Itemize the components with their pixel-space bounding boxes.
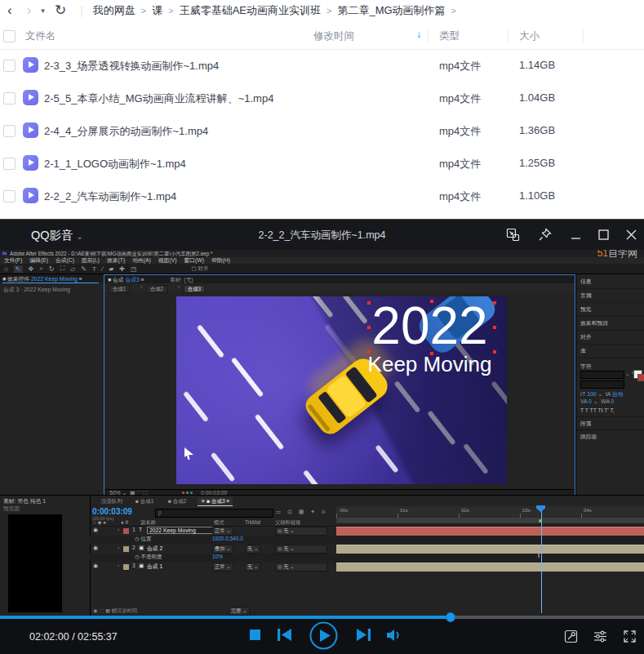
table-row[interactable]: 2-1_1_LOGO动画制作~1.mp4mp4文件1.25GB (0, 147, 644, 180)
row-checkbox[interactable] (3, 92, 16, 105)
layer-color-chip (123, 528, 129, 534)
file-name[interactable]: 2-3_3_场景透视转换动画制作~1.mp4 (44, 59, 219, 73)
file-name[interactable]: 2-2_2_汽车动画制作~1.mp4 (44, 189, 176, 204)
forward-button[interactable]: › (20, 1, 39, 20)
ae-panel-tab: 库 (580, 347, 586, 355)
road-lane-streak (183, 391, 209, 422)
ruler-tick-label: 03s (522, 508, 531, 513)
back-button[interactable]: ‹ (0, 1, 20, 20)
settings-button[interactable] (593, 630, 607, 643)
video-surface[interactable]: Ae Adobe After Effects 2022 - D:\AE案例\下载… (0, 250, 644, 616)
layer-property-value: 10% (212, 554, 223, 559)
column-header-size[interactable]: 大小 (519, 29, 540, 43)
layer-number: 3 (132, 563, 135, 568)
ae-panel-tab-row (576, 330, 644, 345)
breadcrumb-separator: > (449, 6, 459, 16)
file-size: 1.36GB (519, 124, 555, 136)
layer-selection-handle (430, 352, 433, 355)
maximize-icon[interactable] (597, 228, 611, 242)
header-separator (428, 29, 429, 42)
row-checkbox[interactable] (3, 190, 16, 202)
row-checkbox[interactable] (3, 125, 16, 137)
layer-type-icon: ▣ (139, 545, 144, 551)
table-row[interactable]: 2-5_5_本章小结_MG动画商业流程讲解、~1.mp4mp4文件1.04GB (0, 82, 644, 114)
ae-tool-icon: ↻ (49, 265, 55, 273)
yellow-car (301, 354, 393, 438)
close-icon[interactable] (624, 228, 638, 242)
comp-nav-item: 合成3 (184, 285, 205, 293)
file-name[interactable]: 2-4_4_分屏展示的动画制作~1.mp4 (44, 124, 208, 139)
breadcrumb-item[interactable]: 第二章_MG动画制作篇 (334, 3, 448, 18)
ae-panel-tab-row (576, 344, 644, 358)
file-manager: ‹ › ▾ ↻ | 我的网盘>课>王威零基础AE动画商业实训班>第二章_MG动画… (0, 0, 644, 219)
seek-bar-rail (451, 616, 644, 619)
refresh-button[interactable]: ↻ (47, 1, 73, 20)
column-header-name[interactable]: 文件名 (25, 29, 56, 43)
toolbox-button[interactable] (564, 630, 578, 643)
play-button[interactable] (309, 621, 338, 650)
toolbar-divider: | (73, 4, 90, 17)
frame-slogan-text: Keep Moving (362, 352, 497, 377)
pin-on-top-icon[interactable] (538, 228, 552, 242)
fullscreen-button[interactable] (623, 630, 637, 643)
video-file-icon (23, 90, 38, 105)
mini-mode-icon[interactable] (506, 228, 520, 242)
layer-visibility-toggle: ◉ (93, 563, 98, 569)
table-row[interactable]: 2-4_4_分屏展示的动画制作~1.mp4mp4文件1.36GB (0, 114, 644, 147)
stop-button[interactable] (250, 630, 260, 640)
breadcrumb-item[interactable]: 课 (149, 3, 166, 18)
file-name[interactable]: 2-5_5_本章小结_MG动画商业流程讲解、~1.mp4 (44, 91, 273, 106)
seek-bar[interactable] (0, 615, 644, 620)
layer-visibility-toggle: ◉ (93, 545, 98, 551)
road-lane-streak (375, 444, 398, 473)
table-row[interactable]: 2-2_2_汽车动画制作~1.mp4mp4文件1.10GB (0, 180, 644, 212)
timeline-tab: ✕ ■ 合成3 ≡ (198, 497, 233, 506)
layer-mode-select: 正常 ⌄ (212, 527, 233, 536)
playback-time: 02:02:00 / 02:55:37 (29, 631, 118, 643)
layer-parent-select: ◎ 无 ⌄ (275, 563, 327, 572)
select-all-checkbox[interactable] (3, 30, 16, 42)
header-separator (508, 29, 509, 42)
minimize-icon[interactable] (569, 229, 583, 243)
road-lane-streak (304, 296, 334, 318)
ruler-tick (336, 514, 337, 518)
playhead-head (536, 505, 545, 512)
divider (90, 526, 644, 527)
video-file-icon (23, 57, 38, 73)
ae-panel-tab: 音频 (580, 291, 592, 300)
file-size: 1.25GB (519, 157, 555, 169)
breadcrumb-item[interactable]: 王威零基础AE动画商业实训班 (176, 3, 324, 18)
file-type: mp4文件 (439, 91, 481, 106)
ae-panel-tab-row (576, 302, 644, 317)
road-lane-streak (491, 380, 507, 409)
ruler-tick (581, 514, 582, 518)
previous-button[interactable] (278, 629, 291, 641)
volume-button[interactable] (387, 629, 403, 642)
layer-parent-select: ◎ 无 ⌄ (275, 545, 327, 554)
layer-duration-bar (336, 563, 644, 572)
table-row[interactable]: 2-3_3_场景透视转换动画制作~1.mp4mp4文件1.14GB (0, 49, 644, 82)
timeline-switch-header: ○ ◆ ● (93, 519, 106, 525)
row-checkbox[interactable] (3, 158, 16, 170)
header-separator (583, 29, 584, 42)
file-name[interactable]: 2-1_1_LOGO动画制作~1.mp4 (44, 157, 186, 171)
column-header-modified[interactable]: 修改时间 (313, 29, 354, 43)
sort-descending-icon[interactable]: ↓ (416, 29, 421, 40)
video-watermark: 51自学网 (597, 250, 637, 260)
layer-selection-handle (430, 300, 433, 303)
ae-tool-icon: ✎ (81, 265, 87, 273)
ae-tool-icon: ✥ (29, 265, 34, 273)
layer-duration-bar (336, 545, 644, 554)
road-lane-streak (463, 443, 489, 474)
breadcrumb-item[interactable]: 我的网盘 (90, 3, 139, 18)
road-lane-streak (255, 414, 285, 451)
row-checkbox[interactable] (3, 60, 16, 72)
layer-selection-handle (493, 326, 496, 329)
composition-frame: 2022 Keep Moving (176, 296, 507, 484)
layer-selection-handle (367, 301, 371, 305)
next-button[interactable] (357, 629, 371, 641)
layer-property-value: 1920.0,540.0 (212, 536, 243, 541)
history-dropdown-icon[interactable]: ▾ (38, 7, 47, 15)
column-header-type[interactable]: 类型 (439, 29, 460, 43)
file-size: 1.10GB (519, 189, 555, 202)
